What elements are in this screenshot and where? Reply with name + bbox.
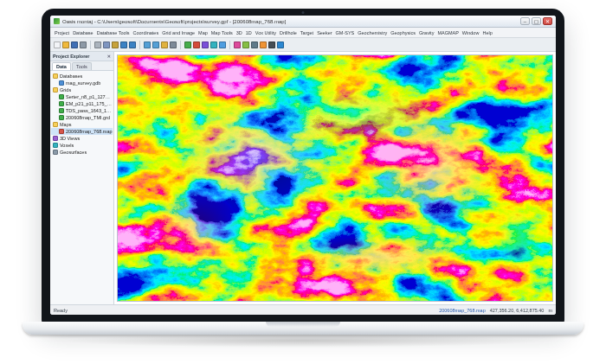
explorer-tree: Databases mag_survey.gdb Grids Sert (50, 71, 113, 304)
shadow-tool-icon[interactable] (251, 42, 258, 48)
tab-data[interactable]: Data (52, 62, 71, 70)
tree-item[interactable]: EM_p21_p11_175_41040_41.grd (51, 100, 113, 107)
tree-item[interactable]: TDS_pass_1643_1mi_TinA.grd (51, 107, 113, 114)
menu-item-grid-and-image[interactable]: Grid and Image (160, 30, 197, 35)
tree-item[interactable]: mag_survey.gdb (51, 80, 113, 86)
database-tool-icon[interactable] (219, 42, 226, 48)
menu-item-geochemistry[interactable]: Geochemistry (356, 30, 389, 35)
cut-icon[interactable] (94, 42, 101, 48)
screen: Oasis montaj - C:\Users\geosoft\Document… (50, 16, 556, 315)
tree-item[interactable]: Maps (51, 121, 113, 128)
menu-item-target[interactable]: Target (299, 30, 315, 35)
panel-close-icon[interactable]: ✕ (107, 52, 111, 61)
menu-item-3d[interactable]: 3D (235, 30, 244, 35)
menu-item-vox-utility[interactable]: Vox Utility (254, 30, 278, 35)
tab-tools[interactable]: Tools (72, 62, 92, 70)
legend-tool-icon[interactable] (260, 42, 267, 48)
explorer-tabs: Data Tools (50, 61, 113, 71)
tree-item[interactable]: Grids (51, 86, 113, 93)
tree-item-label: 200608map_TMI.grd (66, 115, 113, 120)
menu-item-gravity[interactable]: Gravity (417, 30, 435, 35)
tree-item-label: Geosurfaces (60, 150, 113, 155)
pan-icon[interactable] (161, 42, 168, 48)
grid-tool-icon[interactable] (184, 42, 191, 48)
help-icon[interactable] (277, 42, 284, 48)
menu-item-database[interactable]: Database (71, 30, 95, 35)
menu-item-help[interactable]: Help (480, 30, 493, 35)
tree-item[interactable]: Voxels (51, 142, 113, 149)
north-arrow-icon[interactable] (268, 42, 275, 48)
menu-item-project[interactable]: Project (53, 30, 71, 35)
map-view[interactable] (114, 52, 556, 304)
save-icon[interactable] (71, 42, 78, 48)
tree-item-label: Databases (60, 73, 113, 79)
menu-item-1d[interactable]: 1D (244, 30, 254, 35)
menu-item-magmap[interactable]: MAGMAP (435, 30, 460, 35)
menu-item-coordinates[interactable]: Coordinates (131, 30, 160, 35)
voxel-icon (53, 143, 58, 148)
tree-item-label: Serter_n8_p1_1275_41040.grd (66, 94, 113, 99)
menu-item-drillhole[interactable]: Drillhole (278, 30, 299, 35)
redo-icon[interactable] (129, 42, 136, 48)
tree-item[interactable]: Geosurfaces (51, 149, 113, 156)
laptop-shadow (61, 334, 545, 348)
toolbar-separator (229, 41, 230, 49)
map-tool-icon[interactable] (193, 42, 200, 48)
color-symbol-icon[interactable] (234, 42, 241, 48)
menu-item-seeker[interactable]: Seeker (315, 30, 333, 35)
tree-item-label: 3D Views (60, 136, 113, 141)
grid-icon (59, 94, 64, 99)
menu-item-window[interactable]: Window (461, 30, 481, 35)
tree-item-label: EM_p21_p11_175_41040_41.grd (66, 101, 113, 106)
title-bar: Oasis montaj - C:\Users\geosoft\Document… (50, 16, 556, 28)
menu-item-geophysics[interactable]: Geophysics (389, 30, 417, 35)
zoom-in-icon[interactable] (144, 42, 151, 48)
laptop: Oasis montaj - C:\Users\geosoft\Document… (42, 9, 564, 323)
tree-item[interactable]: 3D Views (51, 135, 113, 142)
tree-item-label: 200608map_768.map (66, 129, 113, 134)
status-coordinates: 427,356.20, 6,412,875.40 (490, 308, 545, 313)
profile-tool-icon[interactable] (202, 42, 209, 48)
copy-icon[interactable] (103, 42, 110, 48)
main-toolbar (50, 38, 556, 52)
print-icon[interactable] (80, 42, 87, 48)
minimize-button[interactable]: – (520, 17, 530, 25)
menu-item-gm-sys[interactable]: GM-SYS (334, 30, 357, 35)
project-explorer-header: Project Explorer ✕ (50, 52, 113, 61)
tree-item-label: TDS_pass_1643_1mi_TinA.grd (66, 108, 113, 113)
tree-item[interactable]: Serter_n8_p1_1275_41040.grd (51, 93, 113, 100)
select-tool-icon[interactable] (170, 42, 177, 48)
open-project-icon[interactable] (62, 42, 69, 48)
tree-item-selected[interactable]: 200608map_768.map (51, 128, 113, 135)
3d-view-icon[interactable] (210, 42, 217, 48)
project-explorer-title: Project Explorer (53, 52, 90, 61)
tree-item-label: mag_survey.gdb (66, 80, 113, 86)
grid-icon (59, 101, 64, 106)
toolbar-separator (90, 41, 91, 49)
menu-item-map[interactable]: Map (197, 30, 210, 35)
undo-icon[interactable] (120, 42, 127, 48)
close-button[interactable]: ✕ (543, 17, 552, 25)
paste-icon[interactable] (112, 42, 119, 48)
tree-item-label: Maps (60, 122, 113, 127)
project-explorer: Project Explorer ✕ Data Tools Databases (50, 52, 114, 304)
zoom-out-icon[interactable] (152, 42, 159, 48)
map-icon (59, 129, 64, 134)
webcam-icon (302, 11, 305, 14)
menu-item-database-tools[interactable]: Database Tools (95, 30, 132, 35)
grid-icon (59, 115, 64, 120)
status-units: m (548, 308, 552, 313)
tree-item[interactable]: Databases (51, 73, 113, 80)
new-project-icon[interactable] (54, 42, 61, 48)
contour-tool-icon[interactable] (242, 42, 249, 48)
laptop-base (23, 322, 583, 335)
database-icon (59, 80, 64, 86)
menu-item-map-tools[interactable]: Map Tools (210, 30, 235, 35)
toolbar-separator (180, 41, 181, 49)
window-title: Oasis montaj - C:\Users\geosoft\Document… (62, 19, 518, 24)
maximize-button[interactable]: ▢ (532, 17, 541, 25)
tree-item[interactable]: 200608map_TMI.grd (51, 114, 113, 121)
window-controls: – ▢ ✕ (520, 17, 552, 25)
map-canvas[interactable] (117, 54, 553, 302)
oasis-app-icon (54, 18, 60, 24)
